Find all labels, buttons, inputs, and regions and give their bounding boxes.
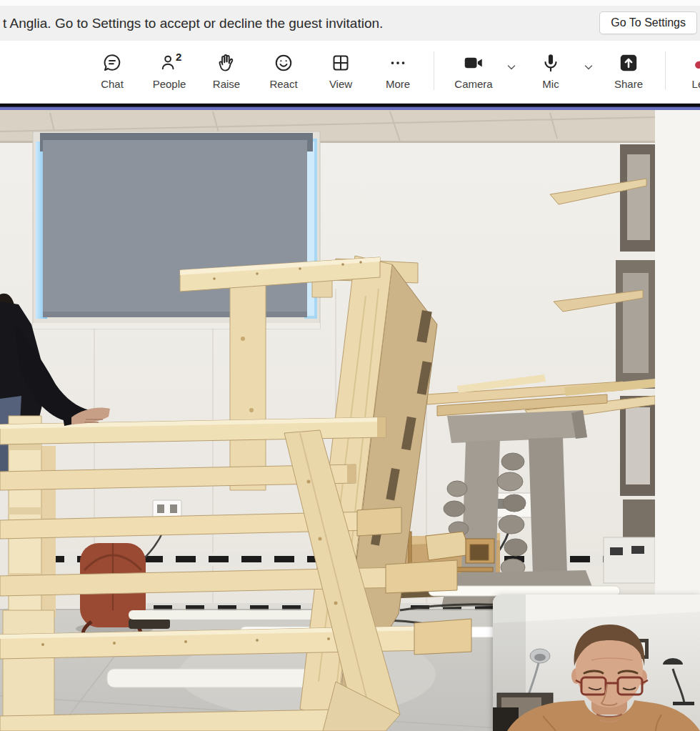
people-count-badge: 2: [176, 51, 181, 63]
mic-button[interactable]: Mic: [526, 50, 575, 90]
mic-options-chevron-icon[interactable]: [580, 59, 597, 76]
mic-label: Mic: [526, 78, 575, 90]
more-button[interactable]: More: [375, 50, 421, 90]
more-ellipsis-icon: [387, 52, 409, 74]
react-label: React: [261, 78, 306, 90]
banner-message: t Anglia. Go to Settings to accept or de…: [3, 16, 383, 31]
react-button[interactable]: React: [261, 50, 306, 90]
grid-view-icon: [330, 52, 351, 74]
toolbar-divider: [665, 51, 666, 90]
meeting-toolbar: Chat 2 People Raise: [0, 41, 700, 103]
share-screen-icon: [617, 51, 640, 74]
people-button[interactable]: 2 People: [146, 50, 192, 90]
leave-button[interactable]: Leave: [674, 50, 700, 90]
camera-button[interactable]: Camera: [449, 50, 498, 90]
camera-options-chevron-icon[interactable]: [503, 59, 520, 76]
leave-label: Leave: [674, 78, 700, 90]
guest-invitation-banner: t Anglia. Go to Settings to accept or de…: [0, 6, 700, 41]
window-blind: [33, 131, 320, 329]
self-view-video[interactable]: [493, 595, 700, 731]
people-label: People: [146, 78, 192, 90]
camera-label: Camera: [449, 78, 498, 90]
more-label: More: [375, 78, 421, 90]
white-panel: [604, 537, 655, 583]
toolbar-divider: [434, 51, 434, 90]
chat-bubble-icon: [101, 52, 123, 74]
chat-button[interactable]: Chat: [89, 50, 135, 90]
view-label: View: [318, 78, 364, 90]
camera-icon: [462, 51, 485, 74]
mic-icon: [539, 51, 562, 74]
share-button[interactable]: Share: [604, 50, 653, 90]
chat-label: Chat: [89, 78, 135, 90]
raise-hand-icon: [216, 52, 237, 74]
share-label: Share: [604, 78, 653, 90]
meeting-stage: [0, 110, 700, 731]
raise-hand-button[interactable]: Raise: [204, 50, 249, 90]
raise-label: Raise: [204, 78, 249, 90]
hang-up-icon: [693, 52, 700, 74]
window-top-strip: [0, 0, 700, 6]
react-smiley-icon: [273, 52, 294, 74]
go-to-settings-button[interactable]: Go To Settings: [599, 11, 697, 34]
view-button[interactable]: View: [318, 50, 364, 90]
